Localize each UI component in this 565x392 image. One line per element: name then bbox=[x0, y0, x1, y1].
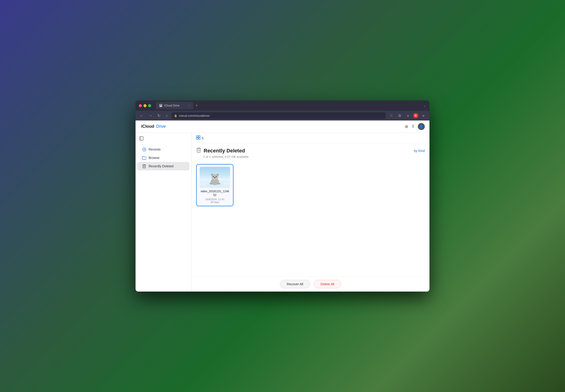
forward-button[interactable]: → bbox=[147, 112, 154, 119]
content-area: Recents Browse bbox=[135, 133, 430, 292]
page-header: Recently Deleted by Kind 1 of 1 selected… bbox=[192, 144, 430, 161]
browser-window: ☁ iCloud Drive × + ⌄ ← → ↻ ⌂ 🔒 icloud.co… bbox=[135, 100, 430, 292]
lock-icon: 🔒 bbox=[174, 114, 177, 117]
maximize-traffic-light[interactable] bbox=[148, 104, 151, 107]
svg-rect-8 bbox=[198, 138, 200, 139]
svg-point-20 bbox=[209, 183, 213, 185]
tab-favicon-icon: ☁ bbox=[159, 104, 162, 107]
sidebar-nav: Recents Browse bbox=[135, 145, 191, 170]
sidebar-item-browse[interactable]: Browse bbox=[137, 154, 189, 162]
extensions-icon[interactable]: ⧉ bbox=[396, 112, 403, 119]
add-button[interactable]: ⊕ bbox=[405, 124, 408, 129]
forward-icon: → bbox=[149, 113, 152, 118]
browser-menu-icon[interactable]: ≡ bbox=[420, 112, 427, 119]
page-subtitle: 1 of 1 selected, 4.07 GB available bbox=[196, 155, 425, 158]
grid-view-button[interactable] bbox=[196, 135, 200, 140]
recently-deleted-label: Recently Deleted bbox=[149, 164, 174, 168]
sidebar-item-recents[interactable]: Recents bbox=[137, 145, 189, 154]
icloud-title: iCloud bbox=[141, 124, 154, 129]
reload-button[interactable]: ↻ bbox=[156, 112, 162, 119]
close-traffic-light[interactable] bbox=[139, 104, 142, 107]
apps-grid-button[interactable]: ⠿ bbox=[412, 124, 415, 129]
back-button[interactable]: ← bbox=[138, 112, 145, 119]
nav-actions: ☆ ⧉ ≡ R ≡ bbox=[388, 112, 427, 119]
app-container: iCloud Drive ⊕ ⠿ 👤 bbox=[135, 121, 430, 292]
file-days: 29 days bbox=[210, 201, 220, 203]
reload-icon: ↻ bbox=[157, 113, 161, 118]
minimize-traffic-light[interactable] bbox=[144, 104, 147, 107]
tab-area: ☁ iCloud Drive × + bbox=[156, 102, 421, 109]
recents-label: Recents bbox=[149, 148, 161, 151]
svg-point-21 bbox=[217, 183, 220, 185]
svg-point-14 bbox=[211, 174, 213, 176]
sidebar-toggle bbox=[135, 136, 191, 145]
bottom-bar: Recover All Delete All bbox=[192, 276, 430, 292]
user-avatar[interactable]: 👤 bbox=[418, 123, 425, 130]
svg-rect-7 bbox=[196, 138, 198, 139]
svg-point-18 bbox=[216, 176, 217, 177]
svg-rect-6 bbox=[198, 136, 200, 137]
sort-arrow-icon[interactable]: ⇅ bbox=[201, 136, 204, 140]
home-button[interactable]: ⌂ bbox=[164, 112, 169, 119]
header-actions: ⊕ ⠿ 👤 bbox=[405, 123, 425, 130]
main-toolbar: ⇅ bbox=[192, 133, 430, 144]
svg-point-15 bbox=[216, 174, 219, 176]
back-icon: ← bbox=[140, 113, 144, 118]
page-title: Recently Deleted bbox=[204, 148, 245, 154]
icloud-header: iCloud Drive ⊕ ⠿ 👤 bbox=[135, 121, 430, 133]
title-bar: ☁ iCloud Drive × + ⌄ bbox=[135, 100, 430, 111]
nav-bar: ← → ↻ ⌂ 🔒 icloud.com/iclouddrive/ ☆ ⧉ ≡ … bbox=[135, 111, 430, 121]
clock-icon bbox=[142, 147, 146, 152]
file-grid: video_20191231_1246 52 19/8/2024, 11:41 … bbox=[192, 161, 430, 276]
profile-badge[interactable]: R bbox=[413, 113, 418, 118]
drive-title: Drive bbox=[156, 124, 166, 129]
icloud-logo: iCloud Drive bbox=[140, 124, 166, 129]
file-date: 19/8/2024, 11:41 bbox=[205, 198, 225, 201]
browse-label: Browse bbox=[149, 156, 160, 160]
home-icon: ⌂ bbox=[166, 113, 168, 118]
tab-icloud-drive[interactable]: ☁ iCloud Drive × bbox=[156, 102, 193, 109]
svg-point-17 bbox=[213, 176, 214, 177]
svg-rect-0 bbox=[139, 137, 143, 140]
sidebar-toggle-button[interactable] bbox=[139, 137, 144, 141]
folder-icon bbox=[142, 156, 146, 160]
sync-icon[interactable]: ≡ bbox=[405, 112, 411, 119]
tab-title-label: iCloud Drive bbox=[164, 104, 187, 107]
file-name: video_20191231_1246 52 bbox=[201, 190, 229, 197]
trash-icon bbox=[142, 164, 146, 168]
file-thumbnail bbox=[200, 167, 230, 188]
page-trash-icon bbox=[196, 147, 201, 154]
by-kind-button[interactable]: by Kind bbox=[414, 149, 425, 153]
traffic-lights bbox=[139, 104, 151, 107]
tab-list-icon[interactable]: ⌄ bbox=[423, 104, 426, 107]
view-toggle: ⇅ bbox=[196, 135, 204, 140]
tab-close-icon[interactable]: × bbox=[189, 104, 190, 107]
star-icon[interactable]: ☆ bbox=[388, 112, 394, 119]
recover-all-button[interactable]: Recover All bbox=[280, 280, 310, 288]
sidebar-item-recently-deleted[interactable]: Recently Deleted bbox=[137, 162, 189, 170]
delete-all-button[interactable]: Delete All bbox=[314, 280, 341, 288]
svg-point-19 bbox=[214, 177, 216, 178]
page-title-row: Recently Deleted by Kind bbox=[196, 147, 425, 154]
svg-rect-5 bbox=[196, 136, 198, 137]
main-content: ⇅ Recently Deleted bbox=[192, 133, 430, 292]
new-tab-button[interactable]: + bbox=[195, 103, 198, 108]
sidebar: Recents Browse bbox=[135, 133, 192, 292]
address-text: icloud.com/iclouddrive/ bbox=[179, 114, 210, 117]
file-item[interactable]: video_20191231_1246 52 19/8/2024, 11:41 … bbox=[196, 164, 234, 206]
bear-scene-image bbox=[200, 167, 230, 188]
address-bar[interactable]: 🔒 icloud.com/iclouddrive/ bbox=[172, 112, 386, 119]
